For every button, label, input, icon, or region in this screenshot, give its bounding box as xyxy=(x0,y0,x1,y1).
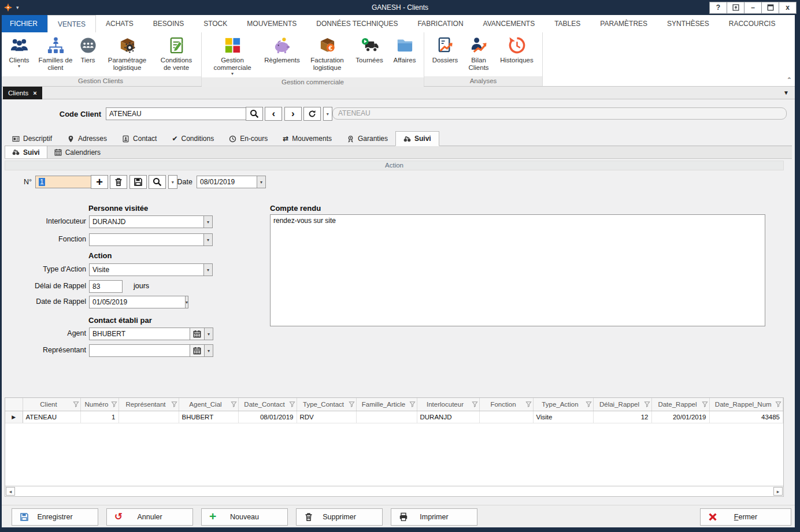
date-input[interactable] xyxy=(197,176,257,188)
cell-agent-cial[interactable]: BHUBERT xyxy=(179,411,238,423)
delai-rappel-input[interactable] xyxy=(89,280,123,293)
numero-input[interactable]: 1 xyxy=(35,176,91,188)
grid-col-date-rappel[interactable]: Date_Rappel xyxy=(651,398,709,411)
subtab-suivi[interactable]: Suivi xyxy=(5,146,47,158)
grid-col-numero[interactable]: Numéro xyxy=(80,398,118,411)
ribbon-item-tournees[interactable]: Tournées xyxy=(352,35,387,65)
ribbon-tab-avancements[interactable]: AVANCEMENTS xyxy=(473,15,545,32)
calendar-button[interactable] xyxy=(190,344,205,357)
ribbon-item-historiques[interactable]: Historiques xyxy=(495,35,539,65)
cell-fonction[interactable] xyxy=(479,411,533,423)
close-form-button[interactable]: Fermer xyxy=(700,508,791,526)
tab-en-cours[interactable]: En-cours xyxy=(221,132,275,146)
cell-representant[interactable] xyxy=(118,411,179,423)
ribbon-item-clients[interactable]: Clients▾ xyxy=(3,35,35,70)
filter-funnel-icon[interactable] xyxy=(111,401,117,407)
filter-funnel-icon[interactable] xyxy=(702,401,708,407)
next-client-button[interactable]: › xyxy=(284,107,302,121)
tab-garanties[interactable]: Garanties xyxy=(339,132,395,146)
filter-funnel-icon[interactable] xyxy=(349,401,355,407)
save-button[interactable]: Enregistrer xyxy=(12,508,98,526)
search-client-button[interactable] xyxy=(246,107,263,121)
cell-date-rappel[interactable]: 20/01/2019 xyxy=(651,411,709,423)
cell-type-action[interactable]: Visite xyxy=(533,411,593,423)
ribbon-tab-ventes[interactable]: VENTES xyxy=(47,15,96,32)
tab-conditions[interactable]: ✔Conditions xyxy=(164,132,221,146)
grid-col-interlocuteur[interactable]: Interlocuteur xyxy=(417,398,479,411)
ribbon-tab-stock[interactable]: STOCK xyxy=(194,15,237,32)
cell-date-contact[interactable]: 08/01/2019 xyxy=(238,411,297,423)
ribbon-tab-fichier[interactable]: FICHIER xyxy=(0,15,47,32)
previous-client-button[interactable]: ‹ xyxy=(265,107,282,121)
grid-data-row[interactable]: ▶ ATENEAU 1 BHUBERT 08/01/2019 RDV DURAN… xyxy=(5,411,783,423)
ribbon-item-facturation-logistique[interactable]: € Facturation logistique xyxy=(305,35,350,73)
grid-col-representant[interactable]: Représentant xyxy=(118,398,179,411)
filter-funnel-icon[interactable] xyxy=(472,401,478,407)
type-action-input[interactable] xyxy=(89,263,204,276)
ribbon-item-reglements[interactable]: Règlements xyxy=(262,35,302,65)
ribbon-item-dossiers[interactable]: Dossiers xyxy=(428,35,462,65)
ribbon-tab-parametres[interactable]: PARAMÈTRES xyxy=(590,15,657,32)
date-combo[interactable]: ▾ xyxy=(197,176,266,188)
agent-input[interactable] xyxy=(89,328,190,340)
tab-contact[interactable]: Contact xyxy=(114,132,164,146)
ribbon-item-parametrage-logistique[interactable]: Paramétrage logistique xyxy=(102,35,153,73)
cancel-button[interactable]: ↺Annuler xyxy=(106,508,193,526)
tab-descriptif[interactable]: Descriptif xyxy=(5,132,60,146)
document-tab-clients[interactable]: Clients × xyxy=(3,87,42,99)
fonction-combo[interactable]: ▾ xyxy=(89,233,213,246)
grid-col-delai-rappel[interactable]: Délai_Rappel xyxy=(593,398,651,411)
tab-list-dropdown-icon[interactable]: ▼ xyxy=(783,90,789,96)
date-rappel-input[interactable] xyxy=(89,296,186,308)
ribbon-collapse-chevron-icon[interactable]: ⌃ xyxy=(787,76,792,84)
scroll-left-icon[interactable]: ◂ xyxy=(6,487,15,496)
close-tab-icon[interactable]: × xyxy=(33,90,36,96)
representant-input[interactable] xyxy=(89,344,190,357)
cell-date-rappel-num[interactable]: 43485 xyxy=(709,411,783,423)
grid-col-fonction[interactable]: Fonction xyxy=(479,398,533,411)
minimize-button[interactable]: – xyxy=(744,2,762,14)
help-button[interactable]: ? xyxy=(709,2,727,14)
filter-funnel-icon[interactable] xyxy=(171,401,177,407)
grid-col-date-rappel-num[interactable]: Date_Rappel_Num xyxy=(709,398,783,411)
representant-combo[interactable]: ▾ xyxy=(89,344,213,357)
refresh-button[interactable] xyxy=(303,107,321,121)
close-button[interactable]: x xyxy=(779,2,797,14)
new-button[interactable]: +Nouveau xyxy=(201,508,288,526)
filter-funnel-icon[interactable] xyxy=(289,401,295,407)
ribbon-item-familles-de-client[interactable]: Familles de client xyxy=(37,35,74,73)
compte-rendu-textarea[interactable]: rendez-vous sur site xyxy=(270,214,765,326)
filter-funnel-icon[interactable] xyxy=(775,401,782,407)
ribbon-item-gestion-commerciale[interactable]: Gestion commerciale▾ xyxy=(205,35,260,77)
fullscreen-button[interactable] xyxy=(727,2,745,14)
ribbon-tab-tables[interactable]: TABLES xyxy=(545,15,590,32)
horizontal-scrollbar[interactable]: ◂ ▸ xyxy=(5,486,783,496)
ribbon-tab-donnees-techniques[interactable]: DONNÉES TECHNIQUES xyxy=(306,15,408,32)
filter-funnel-icon[interactable] xyxy=(231,401,237,407)
ribbon-item-bilan-clients[interactable]: Bilan Clients xyxy=(465,35,492,73)
calendar-button[interactable] xyxy=(190,328,205,340)
grid-col-date-contact[interactable]: Date_Contact xyxy=(238,398,297,411)
ribbon-tab-raccourcis[interactable]: RACCOURCIS xyxy=(719,15,786,32)
fonction-input[interactable] xyxy=(89,233,204,246)
grid-col-agent-cial[interactable]: Agent_Cial xyxy=(179,398,238,411)
cell-famille-article[interactable] xyxy=(356,411,417,423)
ribbon-item-tiers[interactable]: Tiers xyxy=(76,35,99,65)
filter-funnel-icon[interactable] xyxy=(525,401,532,407)
cell-numero[interactable]: 1 xyxy=(80,411,118,423)
ribbon-item-conditions-de-vente[interactable]: Conditions de vente xyxy=(155,35,198,73)
ribbon-item-affaires[interactable]: Affaires xyxy=(389,35,420,65)
search-action-button[interactable] xyxy=(149,175,166,189)
tab-adresses[interactable]: Adresses xyxy=(60,132,114,146)
scroll-right-icon[interactable]: ▸ xyxy=(773,487,783,496)
agent-combo[interactable]: ▾ xyxy=(89,328,213,340)
filter-funnel-icon[interactable] xyxy=(644,401,650,407)
tab-mouvements[interactable]: ⇄Mouvements xyxy=(275,132,339,146)
tab-suivi[interactable]: Suivi xyxy=(395,131,439,146)
grid-col-type-action[interactable]: Type_Action xyxy=(533,398,593,411)
grid-col-famille-article[interactable]: Famille_Article xyxy=(356,398,417,411)
maximize-button[interactable] xyxy=(761,2,779,14)
ribbon-tab-besoins[interactable]: BESOINS xyxy=(143,15,194,32)
ribbon-tab-syntheses[interactable]: SYNTHÈSES xyxy=(657,15,719,32)
print-button[interactable]: Imprimer xyxy=(391,508,477,526)
